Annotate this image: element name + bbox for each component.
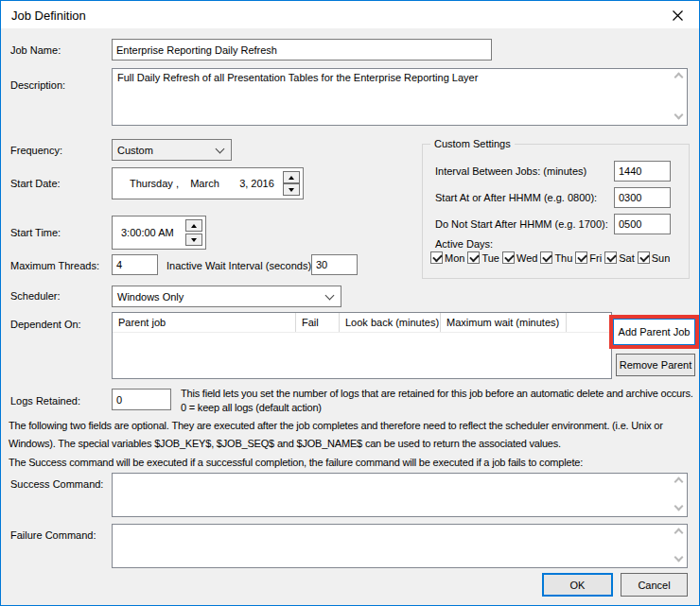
cancel-button[interactable]: Cancel: [621, 573, 688, 597]
checked-checkbox-icon: [604, 251, 617, 264]
column-look-back[interactable]: Look back (minutes): [340, 313, 441, 332]
active-days-label: Active Days:: [435, 238, 493, 250]
spin-up-button[interactable]: [185, 219, 202, 232]
scroll-down-icon[interactable]: [674, 111, 684, 120]
job-name-label: Job Name:: [10, 44, 61, 56]
triangle-down-icon: [289, 188, 294, 192]
dependents-table: Parent job Fail Look back (minutes) Maxi…: [112, 312, 612, 379]
frequency-label: Frequency:: [10, 145, 62, 156]
close-icon: [672, 9, 684, 22]
start-time-value: 3:00:00 AM: [121, 227, 174, 238]
start-date-value: Thursday , March 3, 2016: [130, 178, 274, 189]
note-optional-fields: The following two fields are optional. T…: [9, 417, 695, 453]
checked-checkbox-icon: [540, 251, 552, 264]
checkbox-sun[interactable]: Sun: [638, 251, 671, 264]
checkbox-sat[interactable]: Sat: [604, 251, 635, 264]
note-success-failure: The Success command will be executed if …: [9, 454, 695, 472]
failure-command-label: Failure Command:: [10, 529, 96, 541]
job-name-input[interactable]: [112, 39, 492, 61]
column-spacer: [567, 313, 611, 332]
checked-checkbox-icon: [467, 251, 480, 264]
checkbox-thu[interactable]: Thu: [540, 251, 572, 264]
interval-between-jobs-label: Interval Between Jobs: (minutes): [435, 165, 586, 177]
logs-retained-help: This field lets you set the number of lo…: [181, 387, 693, 415]
do-not-start-after-input[interactable]: [614, 214, 671, 234]
scroll-down-icon[interactable]: [674, 553, 684, 563]
start-time-label: Start Time:: [10, 227, 61, 238]
ok-button[interactable]: OK: [542, 573, 613, 597]
close-button[interactable]: [663, 5, 691, 26]
spin-up-button[interactable]: [283, 171, 300, 183]
custom-settings-group: Custom Settings Interval Between Jobs: (…: [422, 144, 690, 279]
interval-between-jobs-input[interactable]: [614, 161, 671, 182]
spin-down-button[interactable]: [185, 234, 202, 246]
maximum-threads-input[interactable]: [112, 254, 158, 275]
checkbox-fri[interactable]: Fri: [575, 251, 602, 264]
spin-down-button[interactable]: [283, 183, 300, 196]
start-date-picker[interactable]: Thursday , March 3, 2016: [112, 167, 304, 199]
description-box: Full Daily Refresh of all Presentation T…: [112, 68, 688, 126]
scroll-down-icon[interactable]: [674, 502, 684, 511]
success-command-box: [112, 473, 688, 517]
chevron-down-icon: [325, 290, 335, 300]
start-date-label: Start Date:: [10, 178, 61, 189]
scheduler-value: Windows Only: [117, 291, 184, 303]
failure-command-box: [112, 524, 688, 568]
success-command-label: Success Command:: [10, 478, 103, 490]
titlebar: Job Definition: [1, 1, 699, 28]
scheduler-label: Scheduler:: [10, 290, 61, 302]
checkbox-mon[interactable]: Mon: [430, 251, 464, 264]
maximum-threads-label: Maximum Threads:: [10, 260, 99, 271]
dependents-table-header: Parent job Fail Look back (minutes) Maxi…: [113, 313, 611, 333]
do-not-start-after-label: Do Not Start After HHMM (e.g. 1700):: [435, 218, 608, 230]
triangle-up-icon: [289, 176, 294, 180]
remove-parent-button[interactable]: Remove Parent: [616, 354, 695, 376]
logs-retained-label: Logs Retained:: [10, 395, 80, 407]
dependent-on-label: Dependent On:: [10, 319, 81, 330]
checked-checkbox-icon: [502, 251, 515, 264]
checkbox-wed[interactable]: Wed: [502, 251, 537, 264]
scroll-up-icon[interactable]: [674, 528, 684, 538]
chevron-down-icon: [216, 144, 225, 153]
column-fail[interactable]: Fail: [296, 313, 340, 332]
checked-checkbox-icon: [575, 251, 587, 264]
scroll-up-icon[interactable]: [674, 73, 684, 82]
window-title: Job Definition: [11, 9, 86, 23]
frequency-select[interactable]: Custom: [112, 139, 232, 161]
frequency-value: Custom: [117, 145, 153, 156]
start-at-or-after-label: Start At or After HHMM (e.g. 0800):: [435, 192, 597, 203]
column-parent-job[interactable]: Parent job: [113, 313, 296, 332]
active-days-row: Mon Tue Wed Thu Fri Sat Sun: [430, 251, 685, 264]
inactive-wait-input[interactable]: [311, 254, 358, 275]
start-at-or-after-input[interactable]: [614, 187, 671, 208]
add-parent-job-button[interactable]: Add Parent Job: [613, 319, 695, 345]
custom-settings-title: Custom Settings: [430, 138, 515, 149]
description-label: Description:: [10, 79, 65, 91]
checked-checkbox-icon: [638, 251, 650, 264]
triangle-down-icon: [191, 238, 197, 242]
start-time-picker[interactable]: 3:00:00 AM: [112, 216, 206, 250]
description-textarea[interactable]: Full Daily Refresh of all Presentation T…: [113, 69, 670, 125]
scheduler-select[interactable]: Windows Only: [112, 286, 341, 307]
inactive-wait-label: Inactive Wait Interval (seconds):: [166, 260, 314, 271]
red-annotation-box: Add Parent Job: [609, 315, 699, 349]
logs-retained-input[interactable]: [112, 389, 171, 410]
checkbox-tue[interactable]: Tue: [467, 251, 499, 264]
failure-command-textarea[interactable]: [113, 525, 670, 567]
checked-checkbox-icon: [430, 251, 443, 264]
scroll-up-icon[interactable]: [674, 477, 684, 487]
column-maximum-wait[interactable]: Maximum wait (minutes): [441, 313, 567, 332]
triangle-up-icon: [191, 224, 197, 228]
success-command-textarea[interactable]: [113, 474, 670, 516]
job-definition-dialog: Job Definition Job Name: Description: Fu…: [0, 0, 700, 606]
